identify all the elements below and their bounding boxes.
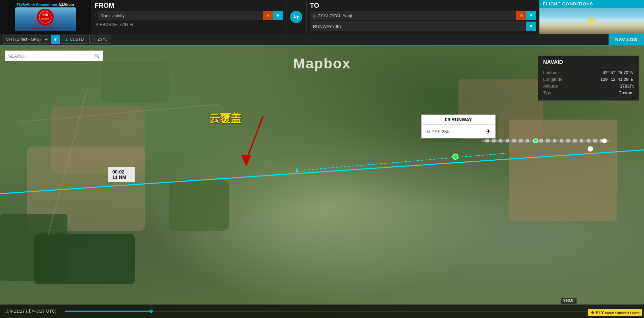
watermark-site: www.chinaflier.com bbox=[605, 311, 640, 315]
to-runway-row: ▼ bbox=[310, 22, 536, 31]
from-dropdown-button[interactable]: ▼ bbox=[273, 11, 283, 20]
navaid-latitude-row: Latitude 42° 51' 25.70' N bbox=[543, 70, 634, 75]
navaid-latitude-val: 42° 51' 25.70' N bbox=[603, 70, 634, 75]
to-dropdown-button[interactable]: ▼ bbox=[526, 11, 536, 20]
search-input[interactable] bbox=[5, 52, 91, 60]
runway-green-dot bbox=[533, 138, 538, 143]
field-patch-2 bbox=[169, 180, 229, 231]
flight-conditions-image: ☀ bbox=[539, 8, 644, 34]
to-airport-input[interactable] bbox=[310, 11, 516, 20]
from-label: FROM bbox=[94, 2, 283, 9]
time-value: 00:02 bbox=[112, 169, 131, 174]
wind-info: 🌬 270° 2Kts bbox=[426, 129, 451, 134]
second-bar: VFR (Direct - GPS) ▼ ▲ CUSTD ◇ ZYYJ NAV … bbox=[0, 34, 644, 45]
navaid-title: NAVAID bbox=[543, 59, 634, 67]
to-section: TO ✕ ▼ ▼ bbox=[307, 0, 539, 34]
runway-popup-header: 09 RUNWAY bbox=[422, 115, 495, 125]
airport-area bbox=[482, 133, 610, 150]
from-location-row: ↑ ✕ ▼ bbox=[94, 11, 283, 20]
field-patch-4 bbox=[34, 234, 135, 284]
bottom-bar: 上午11:17 (上午3:17 UTC) bbox=[0, 305, 644, 318]
fbw-header: FlyByWire Simulations A320neo bbox=[17, 3, 74, 7]
vfr-select[interactable]: VFR (Direct - GPS) bbox=[2, 35, 49, 44]
to-runway-dropdown-button[interactable]: ▼ bbox=[526, 22, 536, 31]
navaid-longitude-key: Longitude bbox=[543, 77, 562, 82]
zyyj-icon: ◇ bbox=[93, 37, 96, 42]
zyyj-waypoint-button[interactable]: ◇ ZYYJ bbox=[89, 35, 111, 44]
svg-text:东方航空: 东方航空 bbox=[41, 18, 49, 20]
zyyj-label: ZYYJ bbox=[97, 37, 107, 42]
navaid-type-row: Type Custom bbox=[543, 90, 634, 95]
to-label: TO bbox=[310, 2, 536, 9]
navaid-panel: NAVAID Latitude 42° 51' 25.70' N Longitu… bbox=[538, 56, 639, 101]
navaid-altitude-key: Altitude bbox=[543, 84, 558, 89]
from-location-input[interactable] bbox=[98, 11, 263, 20]
map-area[interactable]: Mapbox 🔍 00:02 11 NM 云覆盖 09 RUNWAY bbox=[0, 45, 644, 318]
navaid-latitude-key: Latitude bbox=[543, 70, 559, 75]
custd-waypoint-button[interactable]: ▲ CUSTD bbox=[61, 35, 87, 44]
runway-white-dot bbox=[602, 138, 607, 143]
top-bar: FlyByWire Simulations A320neo 中国 东方航空 CH… bbox=[0, 0, 644, 34]
flight-conditions-panel: FLIGHT CONDITIONS ☀ bbox=[539, 0, 644, 34]
from-pin-icon: ↑ bbox=[94, 13, 96, 18]
navaid-longitude-val: 129° 12' 41.29' E bbox=[600, 77, 634, 82]
custd-icon: ▲ bbox=[64, 37, 68, 42]
custd-label: CUSTD bbox=[70, 37, 84, 42]
sun-icon: ☀ bbox=[586, 14, 597, 28]
app-name: FlyByWire Simulations bbox=[17, 3, 57, 7]
to-runway-input[interactable] bbox=[310, 22, 526, 31]
from-clear-button[interactable]: ✕ bbox=[263, 11, 273, 20]
field-patch-1 bbox=[101, 62, 169, 103]
aircraft-type: A320neo bbox=[58, 3, 74, 7]
flight-conditions-header: FLIGHT CONDITIONS bbox=[539, 0, 644, 8]
zero-nm-label: 0 NML bbox=[561, 298, 577, 304]
vfr-dropdown-button[interactable]: ▼ bbox=[51, 35, 60, 44]
time-display: 上午11:17 (上午3:17 UTC) bbox=[0, 308, 61, 314]
wind-icon: 🌬 bbox=[426, 129, 430, 134]
cloud-label: 云覆盖 bbox=[209, 111, 242, 126]
swap-section bbox=[286, 0, 307, 34]
runway-markings bbox=[485, 139, 607, 142]
from-altitude: -AIRBORNE- 3793 Ft bbox=[94, 22, 283, 27]
bottom-right-watermark: ✈ FLY www.chinaflier.com bbox=[588, 309, 642, 316]
from-section: FROM ↑ ✕ ▼ -AIRBORNE- 3793 Ft bbox=[91, 0, 286, 34]
swap-button[interactable] bbox=[290, 11, 302, 23]
nav-log-button[interactable]: NAV LOG bbox=[609, 34, 644, 45]
time-distance-label: 00:02 11 NM bbox=[108, 167, 135, 182]
fly-icon: ✈ FLY bbox=[590, 310, 604, 315]
progress-bar[interactable] bbox=[65, 311, 641, 312]
progress-dot bbox=[149, 310, 153, 313]
navaid-altitude-val: 3793Ft bbox=[620, 84, 634, 89]
wind-value: 270° 2Kts bbox=[431, 129, 451, 134]
airline-name: CHINA EASTERN bbox=[33, 26, 58, 30]
svg-point-0 bbox=[39, 11, 51, 23]
navaid-longitude-row: Longitude 129° 12' 41.29' E bbox=[543, 77, 634, 82]
navaid-type-val: Custom bbox=[618, 90, 634, 95]
progress-fill bbox=[65, 311, 151, 312]
svg-text:中国: 中国 bbox=[43, 13, 48, 17]
navaid-type-key: Type bbox=[543, 90, 553, 95]
navaid-altitude-row: Altitude 3793Ft bbox=[543, 84, 634, 89]
to-clear-button[interactable]: ✕ bbox=[516, 11, 526, 20]
search-button[interactable]: 🔍 bbox=[91, 52, 103, 60]
logo-image: 中国 东方航空 CHINA EASTERN bbox=[15, 7, 76, 31]
distance-value: 11 NM bbox=[112, 174, 131, 180]
search-box: 🔍 bbox=[5, 51, 103, 61]
to-airport-row: ✕ ▼ bbox=[310, 11, 536, 20]
logo-area: FlyByWire Simulations A320neo 中国 东方航空 CH… bbox=[0, 0, 91, 34]
